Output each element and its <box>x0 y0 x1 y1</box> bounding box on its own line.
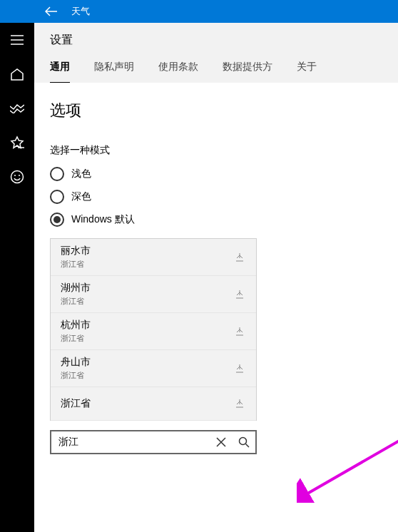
favorites-button[interactable] <box>0 126 34 160</box>
menu-button[interactable] <box>0 23 34 57</box>
suggestion-primary: 舟山市 <box>61 356 91 369</box>
search-input[interactable] <box>51 436 210 448</box>
star-icon <box>10 135 24 150</box>
suggestion-secondary: 浙江省 <box>61 333 91 344</box>
radio-label: Windows 默认 <box>71 213 135 226</box>
home-button[interactable] <box>0 57 34 91</box>
suggestion-primary: 浙江省 <box>61 393 91 414</box>
suggestion-secondary: 浙江省 <box>61 259 91 270</box>
tab-general[interactable]: 通用 <box>50 61 70 83</box>
clear-button[interactable] <box>210 431 233 453</box>
tab-privacy[interactable]: 隐私声明 <box>94 61 134 83</box>
feedback-button[interactable] <box>0 160 34 194</box>
tab-about[interactable]: 关于 <box>297 61 317 83</box>
close-icon <box>216 437 226 447</box>
location-suggestions: 丽水市 浙江省 湖州市 浙江省 杭州市 浙江省 <box>50 238 257 421</box>
radio-dark[interactable]: 深色 <box>50 190 382 204</box>
suggestion-secondary: 浙江省 <box>61 296 91 307</box>
radio-light[interactable]: 浅色 <box>50 167 382 181</box>
radio-icon <box>50 167 64 181</box>
radio-windows-default[interactable]: Windows 默认 <box>50 213 382 227</box>
chart-button[interactable] <box>0 91 34 126</box>
smile-icon <box>10 170 24 184</box>
app-title: 天气 <box>68 5 90 18</box>
menu-icon <box>11 35 24 45</box>
annotation-arrow <box>297 424 398 503</box>
content: 选项 选择一种模式 浅色 深色 Windows 默认 Windows 颜色设置 <box>34 83 398 532</box>
location-search <box>50 430 257 454</box>
section-title: 选项 <box>50 100 382 121</box>
tab-data-provider[interactable]: 数据提供方 <box>223 61 272 83</box>
back-arrow-icon <box>45 6 58 16</box>
svg-point-1 <box>11 171 24 183</box>
suggestion-secondary: 浙江省 <box>61 370 91 381</box>
svg-point-4 <box>240 438 247 445</box>
pin-icon <box>233 251 246 264</box>
suggestion-item[interactable]: 舟山市 浙江省 <box>51 350 256 387</box>
tabs: 通用 隐私声明 使用条款 数据提供方 关于 <box>50 61 382 83</box>
suggestion-primary: 丽水市 <box>61 245 91 257</box>
pin-icon <box>233 325 246 338</box>
suggestion-primary: 杭州市 <box>61 319 91 332</box>
settings-header: 设置 通用 隐私声明 使用条款 数据提供方 关于 <box>34 23 398 83</box>
mode-radio-group: 浅色 深色 Windows 默认 <box>50 167 382 227</box>
home-icon <box>10 68 24 81</box>
page-title: 设置 <box>50 33 382 48</box>
pin-icon <box>233 362 246 375</box>
svg-point-2 <box>14 175 16 176</box>
pin-icon <box>233 397 246 410</box>
sidebar-titlebar-spacer <box>0 0 34 23</box>
pin-icon <box>233 288 246 301</box>
tab-terms[interactable]: 使用条款 <box>158 61 198 83</box>
radio-label: 深色 <box>71 190 91 203</box>
sidebar <box>0 0 34 532</box>
mode-label: 选择一种模式 <box>50 144 382 157</box>
suggestion-item[interactable]: 浙江省 <box>51 387 256 421</box>
radio-label: 浅色 <box>71 168 91 180</box>
search-icon <box>238 436 250 448</box>
radio-icon <box>50 190 64 204</box>
radio-icon <box>50 213 64 227</box>
svg-point-3 <box>19 175 20 176</box>
svg-line-5 <box>246 444 250 448</box>
suggestion-primary: 湖州市 <box>61 282 91 295</box>
main: 天气 设置 通用 隐私声明 使用条款 数据提供方 关于 选项 选择一种模式 浅色 <box>34 0 398 532</box>
titlebar: 天气 <box>34 0 398 23</box>
chart-icon <box>10 103 24 113</box>
suggestion-item[interactable]: 杭州市 浙江省 <box>51 313 256 350</box>
suggestion-item[interactable]: 丽水市 浙江省 <box>51 239 256 276</box>
search-button[interactable] <box>233 431 255 453</box>
suggestion-item[interactable]: 湖州市 浙江省 <box>51 276 256 313</box>
back-button[interactable] <box>34 0 68 23</box>
